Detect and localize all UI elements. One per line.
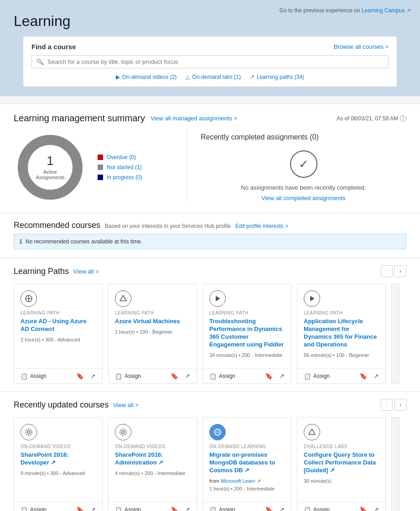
ru-card-4-title[interactable]: Configure Query Store to Collect Perform…: [304, 451, 379, 475]
lp-card-partial: [391, 284, 399, 384]
lp-card-1-type: LEARNING PATH: [21, 310, 96, 315]
not-started-link[interactable]: Not started (1): [107, 164, 142, 170]
lp-card-1-icon: [21, 290, 37, 307]
lp-card-2: LEARNING PATH Azure Virtual Machines 1 h…: [108, 284, 197, 384]
donut-number: 1: [32, 155, 68, 167]
lp-card-3-share[interactable]: ↗: [279, 372, 285, 380]
recently-updated-view-all[interactable]: View all >: [113, 402, 139, 408]
recently-updated-section: Recently updated courses View all > ‹ › …: [0, 392, 420, 511]
legend: Overdue (0) Not started (1) In progress …: [98, 154, 142, 181]
lp-card-2-assign[interactable]: 📋 Assign: [115, 373, 164, 380]
assign-label-ru2: Assign: [124, 506, 141, 511]
ru-card-4-assign[interactable]: 📋 Assign: [304, 506, 353, 511]
lp-card-4-bookmark[interactable]: 🔖: [359, 372, 367, 380]
learning-campus-link[interactable]: Learning Campus ↗: [362, 7, 411, 14]
learning-paths-cards: LEARNING PATH Azure AD - Using Azure AD …: [14, 284, 406, 384]
ru-card-1-bookmark[interactable]: 🔖: [76, 506, 84, 511]
not-started-dot: [98, 165, 103, 170]
learning-paths-prev[interactable]: ‹: [381, 265, 393, 277]
info-icon: i: [400, 115, 406, 122]
assign-icon-ru2: 📋: [115, 506, 122, 511]
ru-card-1-meta: 9 minute(s) • 300 - Advanced: [21, 470, 96, 476]
globe-icon: [213, 428, 222, 436]
lp-card-2-bookmark[interactable]: 🔖: [171, 372, 178, 380]
lp-card-4: LEARNING PATH Application Lifecycle Mana…: [297, 284, 386, 384]
learning-paths-nav: ‹ ›: [381, 265, 406, 277]
ru-card-4-share[interactable]: ↗: [373, 506, 379, 511]
browse-all-link[interactable]: Browse all courses >: [334, 43, 389, 50]
view-all-managed-link[interactable]: View all managed assignments >: [150, 115, 237, 122]
ru-card-3-bookmark[interactable]: 🔖: [265, 506, 273, 511]
ru-card-1-icon: [21, 424, 37, 440]
lp-card-1-title[interactable]: Azure AD - Using Azure AD Connect: [21, 318, 96, 333]
completed-section: Recently completed assignments (0) ✓ No …: [187, 131, 406, 204]
lp-card-3-bookmark[interactable]: 🔖: [265, 372, 273, 380]
donut-section: 1 Active Assignments Overdue (0) Not sta…: [14, 131, 187, 204]
timestamp: As of 08/03/21, 07:58 AM i: [337, 115, 406, 122]
ru-card-2-title[interactable]: SharePoint 2016: Administration ↗: [115, 451, 190, 467]
no-assignments-text: No assignments have been recently comple…: [241, 184, 366, 191]
check-icon: ✓: [299, 157, 309, 171]
learning-paths-next[interactable]: ›: [394, 265, 406, 277]
search-input[interactable]: [47, 58, 384, 65]
ru-card-3-from: from Microsoft Learn ↗: [209, 478, 285, 484]
assign-icon-2: 📋: [115, 373, 122, 380]
lp-card-1-share[interactable]: ↗: [90, 372, 96, 380]
ru-card-3-assign[interactable]: 📋 Assign: [209, 506, 259, 511]
ru-card-2: ON-DEMAND VIDEOS SharePoint 2016: Admini…: [108, 417, 197, 511]
ru-card-2-share[interactable]: ↗: [185, 506, 190, 511]
filter-learning-paths[interactable]: ↗ Learning paths (34): [250, 74, 304, 80]
page-title: Learning: [14, 13, 406, 30]
view-completed-link[interactable]: View all completed assignments: [261, 195, 346, 201]
lp-card-3-assign[interactable]: 📋 Assign: [209, 373, 259, 380]
lp-card-4-title[interactable]: Application Lifecycle Management for Dyn…: [304, 318, 379, 349]
recently-updated-next[interactable]: ›: [394, 399, 406, 411]
ad-icon: [25, 294, 33, 303]
ru-card-1-share[interactable]: ↗: [90, 506, 96, 511]
overdue-dot: [98, 155, 103, 160]
ru-card-1-title[interactable]: SharePoint 2016: Developer ↗: [21, 451, 96, 467]
ru-card-3-title[interactable]: Migrate on-premises MongoDB databases to…: [209, 451, 285, 475]
ru-card-2-icon: [115, 424, 131, 440]
assign-label-2: Assign: [124, 373, 141, 379]
donut-center: 1 Active Assignments: [32, 155, 68, 180]
search-filters: ▶ On-demand videos (2) △ On-demand labs …: [31, 74, 389, 80]
search-box[interactable]: 🔍: [31, 55, 389, 68]
lp-card-2-title[interactable]: Azure Virtual Machines: [115, 318, 190, 325]
filter-on-demand-videos[interactable]: ▶ On-demand videos (2): [116, 74, 176, 80]
ru-card-1-assign[interactable]: 📋 Assign: [21, 506, 70, 511]
play-icon: [213, 294, 222, 303]
assign-icon-3: 📋: [209, 373, 217, 380]
ms-learn-link[interactable]: Microsoft Learn ↗: [221, 478, 261, 484]
ru-card-1-footer: 📋 Assign 🔖 ↗: [14, 502, 102, 511]
ru-card-2-assign[interactable]: 📋 Assign: [115, 506, 164, 511]
lp-card-2-share[interactable]: ↗: [185, 372, 190, 380]
lp-card-4-share[interactable]: ↗: [373, 372, 379, 380]
recently-updated-cards: ON-DEMAND VIDEOS SharePoint 2016: Develo…: [14, 417, 406, 511]
recently-updated-header: Recently updated courses View all > ‹ ›: [14, 399, 406, 411]
lp-card-1-body: LEARNING PATH Azure AD - Using Azure AD …: [14, 310, 102, 368]
learning-paths-view-all[interactable]: View all >: [73, 268, 99, 275]
ru-card-4-bookmark[interactable]: 🔖: [359, 506, 367, 511]
overdue-link[interactable]: Overdue (0): [107, 154, 136, 160]
edit-interests-link[interactable]: Edit profile interests >: [235, 223, 288, 229]
ru-card-4-meta: 30 minute(s): [304, 478, 379, 484]
filter-on-demand-labs[interactable]: △ On-demand labs (1): [186, 74, 241, 80]
timestamp-text: As of 08/03/21, 07:58 AM: [337, 115, 398, 122]
ru-card-1-icon-area: [14, 418, 102, 444]
lp-card-2-meta: 1 hour(s) • 100 - Beginner: [115, 329, 190, 335]
management-title: Learning management summary: [14, 113, 145, 124]
legend-item-overdue: Overdue (0): [98, 154, 142, 160]
lp-card-4-assign[interactable]: 📋 Assign: [304, 373, 353, 380]
recently-updated-prev[interactable]: ‹: [381, 399, 393, 411]
lp-card-1-bookmark[interactable]: 🔖: [76, 372, 84, 380]
lp-card-3-title[interactable]: Troubleshooting Performance in Dynamics …: [209, 318, 285, 349]
assign-icon-ru1: 📋: [21, 506, 28, 511]
ru-card-2-bookmark[interactable]: 🔖: [171, 506, 178, 511]
challenge-icon: [308, 428, 316, 436]
management-section: Learning management summary View all man…: [0, 103, 420, 213]
ru-card-3-share[interactable]: ↗: [279, 506, 285, 511]
in-progress-link[interactable]: In progress (0): [107, 174, 142, 181]
svg-point-10: [122, 431, 124, 434]
lp-card-1-assign[interactable]: 📋 Assign: [21, 373, 70, 380]
